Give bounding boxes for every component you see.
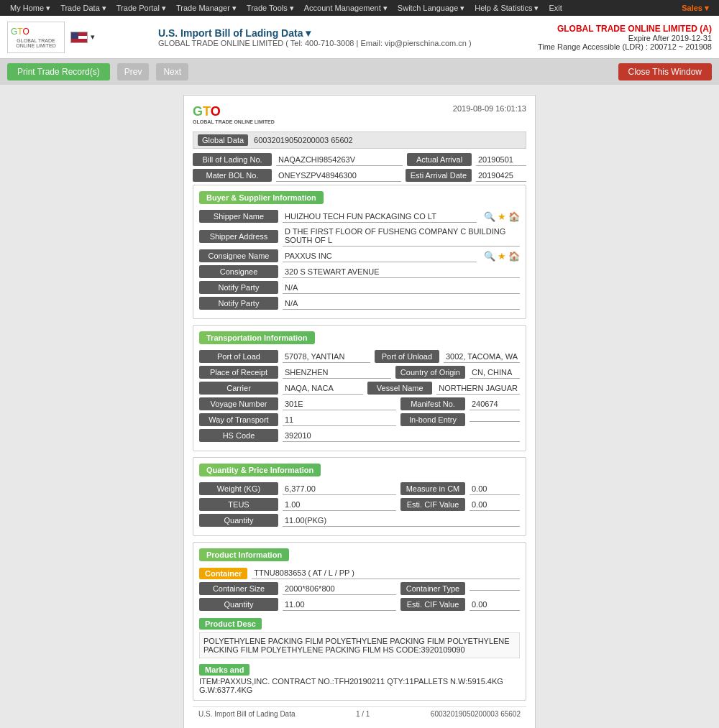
manifest-value: 240674 <box>470 398 520 410</box>
logo-area: GTO GLOBAL TRADE ONLINE LIMITED ▾ <box>7 22 151 53</box>
qty-value: 11.00(PKG) <box>283 515 520 527</box>
product-desc-value: POLYETHYLENE PACKING FILM POLYETHYLENE P… <box>199 632 520 658</box>
master-bol-label: Mater BOL No. <box>193 169 272 182</box>
consignee-star-icon[interactable]: ★ <box>498 251 506 262</box>
consignee-home-icon[interactable]: 🏠 <box>508 251 520 262</box>
port-unload-label: Port of Unload <box>375 350 439 363</box>
vessel-name-label: Vessel Name <box>367 382 432 395</box>
nav-myhome[interactable]: My Home ▾ <box>6 2 55 14</box>
shipper-star-icon[interactable]: ★ <box>498 211 506 222</box>
carrier-row: Carrier NAQA, NACA Vessel Name NORTHERN … <box>199 382 520 395</box>
nav-help[interactable]: Help & Statistics ▾ <box>470 2 543 14</box>
container-row: Container TTNU8083653 ( AT / L / PP ) <box>199 567 520 579</box>
weight-value: 6,377.00 <box>283 483 396 495</box>
top-navigation: My Home ▾ Trade Data ▾ Trade Portal ▾ Tr… <box>0 0 719 16</box>
card-logo: GTO GLOBAL TRADE ONLINE LIMITED <box>193 104 275 124</box>
shipper-name-value: HUIZHOU TECH FUN PACKAGING CO LT <box>283 211 477 223</box>
record-footer: U.S. Import Bill of Lading Data 1 / 1 60… <box>193 706 526 721</box>
flag-dropdown[interactable]: ▾ <box>91 32 95 42</box>
notify-party-2-value: N/A <box>283 298 520 310</box>
product-esti-cif-value: 0.00 <box>470 599 520 611</box>
bol-row: Bill of Lading No. NAQAZCHI9854263V Actu… <box>193 153 526 166</box>
esti-arrival-label: Esti Arrival Date <box>406 169 472 182</box>
esti-cif-value-1: 0.00 <box>470 499 520 511</box>
master-bol-value: ONEYSZPV48946300 <box>276 170 401 182</box>
nav-tradeportal[interactable]: Trade Portal ▾ <box>112 2 170 14</box>
nav-tradedata[interactable]: Trade Data ▾ <box>56 2 111 14</box>
buyer-supplier-title: Buyer & Supplier Information <box>199 191 324 204</box>
header-info: U.S. Import Bill of Lading Data ▾ GLOBAL… <box>151 27 538 47</box>
next-button-top[interactable]: Next <box>156 63 188 80</box>
nav-accountmgmt[interactable]: Account Management ▾ <box>300 2 392 14</box>
consignee-search-icon[interactable]: 🔍 <box>484 251 495 262</box>
country-origin-value: CN, CHINA <box>470 367 520 379</box>
shipper-address-label: Shipper Address <box>199 230 278 243</box>
measure-value: 0.00 <box>470 483 520 495</box>
actual-arrival-label: Actual Arrival <box>407 153 472 166</box>
carrier-value: NAQA, NACA <box>283 382 363 395</box>
header-bar: GTO GLOBAL TRADE ONLINE LIMITED ▾ U.S. I… <box>0 16 719 59</box>
esti-arrival-value: 20190425 <box>476 170 526 182</box>
container-size-row: Container Size 2000*806*800 Container Ty… <box>199 582 520 595</box>
consignee-name-row: Consignee Name PAXXUS INC 🔍 ★ 🏠 <box>199 249 520 262</box>
container-value: TTNU8083653 ( AT / L / PP ) <box>252 567 520 579</box>
way-transport-row: Way of Transport 11 In-bond Entry <box>199 413 520 426</box>
logo-box: GTO GLOBAL TRADE ONLINE LIMITED <box>7 22 65 53</box>
actual-arrival-value: 20190501 <box>476 154 526 166</box>
product-esti-cif-label: Esti. CIF Value <box>400 598 465 611</box>
global-data-value: 60032019050200003 65602 <box>254 136 353 144</box>
flag-area: ▾ <box>70 32 95 43</box>
notify-party-1-row: Notify Party N/A <box>199 281 520 294</box>
logo-g: G <box>11 27 17 37</box>
carrier-label: Carrier <box>199 382 278 395</box>
record-footer-right: 60032019050200003 65602 <box>431 710 521 718</box>
nav-sales[interactable]: Sales ▾ <box>677 2 713 14</box>
weight-row: Weight (KG) 6,377.00 Measure in CM 0.00 <box>199 482 520 495</box>
nav-trademanager[interactable]: Trade Manager ▾ <box>172 2 241 14</box>
global-data-row: Global Data 60032019050200003 65602 <box>193 132 526 149</box>
port-load-label: Port of Load <box>199 350 278 363</box>
port-load-value: 57078, YANTIAN <box>283 351 370 363</box>
qty-row: Quantity 11.00(PKG) <box>199 514 520 527</box>
bol-label: Bill of Lading No. <box>193 153 272 166</box>
nav-language[interactable]: Switch Language ▾ <box>393 2 469 14</box>
header-title: U.S. Import Bill of Lading Data ▾ <box>158 27 538 39</box>
marks-badge: Marks and <box>199 664 249 676</box>
consignee-name-value: PAXXUS INC <box>283 250 477 262</box>
card-datetime: 2019-08-09 16:01:13 <box>453 104 526 113</box>
hs-code-label: HS Code <box>199 429 278 442</box>
voyage-label: Voyage Number <box>199 397 278 410</box>
port-load-row: Port of Load 57078, YANTIAN Port of Unlo… <box>199 350 520 363</box>
manifest-label: Manifest No. <box>400 397 465 410</box>
quantity-price-title: Quantity & Price Information <box>199 464 321 476</box>
container-size-label: Container Size <box>199 582 278 595</box>
shipper-home-icon[interactable]: 🏠 <box>508 211 520 222</box>
card-header: GTO GLOBAL TRADE ONLINE LIMITED 2019-08-… <box>193 104 526 124</box>
country-origin-label: Country of Origin <box>395 366 465 379</box>
master-bol-row: Mater BOL No. ONEYSZPV48946300 Esti Arri… <box>193 169 526 182</box>
container-size-value: 2000*806*800 <box>283 583 396 595</box>
qty-label: Quantity <box>199 514 278 527</box>
consignee-icons: 🔍 ★ 🏠 <box>484 251 520 262</box>
prev-button-top[interactable]: Prev <box>117 63 150 80</box>
product-title: Product Information <box>199 548 289 561</box>
product-qty-label: Quantity <box>199 598 278 611</box>
port-unload-value: 3002, TACOMA, WA <box>444 351 520 363</box>
consignee-name-label: Consignee Name <box>199 249 278 262</box>
close-button-top[interactable]: Close This Window <box>618 63 712 80</box>
print-record-button-top[interactable]: Print Trade Record(s) <box>7 63 110 80</box>
nav-tradetools[interactable]: Trade Tools ▾ <box>242 2 298 14</box>
container-type-label: Container Type <box>400 582 465 595</box>
nav-exit[interactable]: Exit <box>544 2 566 14</box>
header-contact: GLOBAL TRADE ONLINE LIMITED ( Tel: 400-7… <box>158 39 538 47</box>
shipper-search-icon[interactable]: 🔍 <box>484 211 495 222</box>
consignee-label: Consignee <box>199 265 278 278</box>
product-qty-value: 11.00 <box>283 599 396 611</box>
voyage-value: 301E <box>283 398 396 410</box>
notify-party-1-value: N/A <box>283 282 520 294</box>
main-content-card: GTO GLOBAL TRADE ONLINE LIMITED 2019-08-… <box>183 95 536 728</box>
bol-value: NAQAZCHI9854263V <box>276 154 403 166</box>
hs-code-row: HS Code 392010 <box>199 429 520 442</box>
container-type-value <box>470 587 520 591</box>
global-data-label: Global Data <box>198 134 248 146</box>
